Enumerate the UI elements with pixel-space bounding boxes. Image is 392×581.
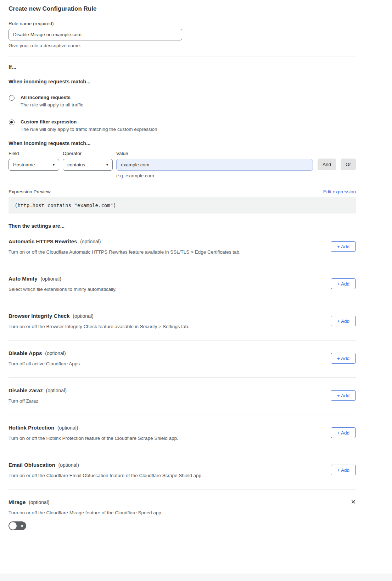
setting-text: Hotlink Protection (optional) Turn on or… (9, 425, 324, 441)
add-disable-zaraz-button[interactable]: + Add (331, 390, 356, 401)
setting-text: Auto Minify (optional) Select which file… (9, 276, 324, 292)
setting-optional-label: (optional) (46, 388, 66, 393)
expression-preview-code: (http.host contains "example.com") (9, 197, 356, 214)
setting-row-mirage: Mirage (optional) Turn on or off the Clo… (9, 489, 356, 542)
setting-description: Turn on or off the Cloudflare Mirage fea… (9, 510, 343, 515)
setting-text: Mirage (optional) Turn on or off the Clo… (9, 499, 343, 531)
setting-title-line: Email Obfuscation (optional) (9, 462, 324, 468)
radio-option-description: The rule will apply to all traffic (21, 102, 83, 107)
expression-preview-header: Expression Preview Edit expression (9, 189, 356, 194)
rule-name-help: Give your rule a descriptive name. (9, 43, 356, 48)
value-input[interactable] (116, 159, 313, 171)
setting-row-disable-apps: Disable Apps (optional) Turn off all act… (9, 341, 356, 378)
toggle-knob (9, 522, 17, 530)
setting-text: Automatic HTTPS Rewrites (optional) Turn… (9, 238, 324, 255)
radio-unselected-icon[interactable] (9, 95, 15, 101)
toggle-off-x-icon: ✕ (20, 524, 24, 528)
add-auto-minify-button[interactable]: + Add (331, 278, 356, 289)
edit-expression-link[interactable]: Edit expression (323, 189, 356, 194)
value-label: Value (116, 151, 313, 156)
operator-select-value: contains (67, 162, 85, 167)
setting-optional-label: (optional) (40, 276, 61, 282)
radio-option-text: Custom filter expression The rule will o… (21, 119, 157, 132)
create-configuration-rule-page: Create new Configuration Rule Rule name … (0, 5, 392, 542)
setting-optional-label: (optional) (58, 462, 79, 468)
rule-name-input[interactable] (9, 29, 182, 40)
settings-list: Automatic HTTPS Rewrites (optional) Turn… (9, 229, 356, 542)
setting-row-email-obfuscation: Email Obfuscation (optional) Turn on or … (9, 452, 356, 489)
add-disable-apps-button[interactable]: + Add (331, 353, 356, 364)
expression-preview-label: Expression Preview (9, 189, 51, 194)
radio-option-custom-filter-expression[interactable]: Custom filter expression The rule will o… (9, 119, 356, 132)
setting-row-hotlink-protection: Hotlink Protection (optional) Turn on or… (9, 415, 356, 452)
radio-option-text: All incoming requests The rule will appl… (21, 95, 83, 107)
setting-title-line: Automatic HTTPS Rewrites (optional) (9, 238, 324, 244)
setting-title: Browser Integrity Check (9, 313, 70, 319)
setting-title: Hotlink Protection (9, 425, 54, 431)
and-button[interactable]: And (318, 159, 336, 170)
field-label: Field (9, 151, 59, 156)
setting-title: Auto Minify (9, 276, 38, 282)
setting-text: Disable Apps (optional) Turn off all act… (9, 350, 324, 366)
setting-title-line: Browser Integrity Check (optional) (9, 313, 324, 319)
add-browser-integrity-check-button[interactable]: + Add (331, 316, 356, 326)
setting-description: Turn on or off the Hotlink Protection fe… (9, 436, 324, 441)
setting-row-disable-zaraz: Disable Zaraz (optional) Turn off Zaraz.… (9, 378, 356, 415)
chevron-down-icon: ▾ (106, 163, 108, 167)
setting-description: Turn on or off the Cloudflare Email Obfu… (9, 473, 324, 478)
chevron-down-icon: ▾ (53, 163, 55, 167)
incoming-requests-match-heading: When incoming requests match... (9, 79, 356, 84)
setting-title: Automatic HTTPS Rewrites (9, 238, 77, 244)
setting-text: Disable Zaraz (optional) Turn off Zaraz. (9, 387, 324, 404)
setting-title: Disable Apps (9, 350, 42, 356)
operator-column: Operator contains ▾ (63, 151, 113, 171)
expression-builder-heading: When incoming requests match... (9, 140, 356, 146)
radio-option-description: The rule will only apply to traffic matc… (21, 127, 157, 132)
setting-optional-label: (optional) (80, 239, 101, 244)
add-automatic-https-rewrites-button[interactable]: + Add (331, 241, 356, 252)
section-divider (9, 56, 356, 56)
setting-optional-label: (optional) (45, 350, 66, 356)
setting-title: Mirage (9, 499, 26, 505)
add-hotlink-protection-button[interactable]: + Add (331, 427, 356, 438)
setting-optional-label: (optional) (29, 499, 49, 505)
radio-option-label: All incoming requests (21, 95, 83, 100)
mirage-toggle[interactable]: ✕ (9, 521, 26, 530)
setting-description: Turn off Zaraz. (9, 398, 324, 404)
radio-option-all-incoming-requests[interactable]: All incoming requests The rule will appl… (9, 95, 356, 107)
value-hint: e.g. example.com (116, 173, 313, 178)
setting-title-line: Auto Minify (optional) (9, 276, 324, 282)
setting-text: Browser Integrity Check (optional) Turn … (9, 313, 324, 329)
setting-title: Email Obfuscation (9, 462, 55, 468)
value-column: Value e.g. example.com (116, 151, 313, 178)
operator-label: Operator (63, 151, 113, 156)
field-select-value: Hostname (13, 162, 35, 167)
setting-row-auto-minify: Auto Minify (optional) Select which file… (9, 266, 356, 303)
rule-name-label: Rule name (required) (9, 21, 356, 26)
setting-description: Turn on or off the Browser Integrity Che… (9, 324, 324, 329)
setting-title-line: Hotlink Protection (optional) (9, 425, 324, 431)
radio-selected-icon[interactable] (9, 120, 15, 125)
setting-description: Select which file extensions to minify a… (9, 287, 324, 292)
rule-name-group: Rule name (required) Give your rule a de… (9, 21, 356, 48)
setting-title-line: Disable Zaraz (optional) (9, 387, 324, 393)
operator-select[interactable]: contains ▾ (63, 159, 113, 171)
expression-builder-row: Field Hostname ▾ Operator contains ▾ Val… (9, 151, 356, 178)
setting-optional-label: (optional) (73, 313, 93, 319)
close-mirage-icon[interactable]: ✕ (350, 498, 357, 506)
radio-option-label: Custom filter expression (21, 119, 157, 124)
add-email-obfuscation-button[interactable]: + Add (331, 465, 356, 475)
field-select[interactable]: Hostname ▾ (9, 159, 59, 171)
setting-row-browser-integrity-check: Browser Integrity Check (optional) Turn … (9, 303, 356, 341)
field-column: Field Hostname ▾ (9, 151, 59, 171)
setting-title-line: Mirage (optional) (9, 499, 343, 505)
if-heading: If... (9, 64, 356, 70)
or-button[interactable]: Or (341, 159, 356, 170)
setting-title: Disable Zaraz (9, 387, 43, 393)
setting-row-automatic-https-rewrites: Automatic HTTPS Rewrites (optional) Turn… (9, 229, 356, 266)
setting-optional-label: (optional) (57, 425, 78, 431)
bottom-band (0, 574, 392, 581)
page-title: Create new Configuration Rule (9, 5, 356, 12)
setting-title-line: Disable Apps (optional) (9, 350, 324, 356)
settings-heading: Then the settings are... (9, 223, 356, 229)
